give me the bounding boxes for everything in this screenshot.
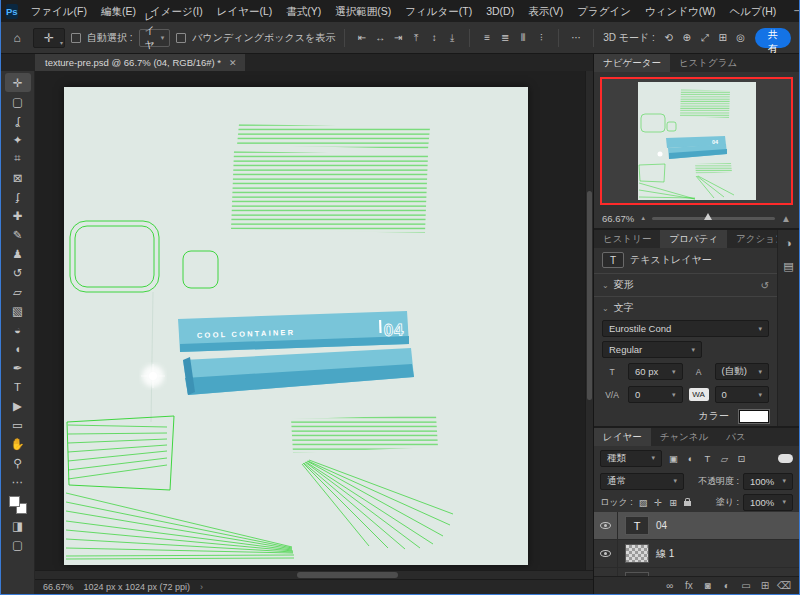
- tab-channels[interactable]: チャンネル: [651, 428, 718, 446]
- document-tab[interactable]: texture-pre.psd @ 66.7% (04, RGB/16#) * …: [35, 54, 245, 71]
- font-size-select[interactable]: 60 px: [628, 363, 683, 380]
- align-left-icon[interactable]: ⇤: [354, 28, 370, 48]
- show-bounding-box-checkbox[interactable]: [176, 33, 186, 43]
- object-selection-tool[interactable]: ✦: [5, 130, 31, 149]
- 3d-scale-icon[interactable]: ◎: [733, 28, 749, 48]
- new-layer-icon[interactable]: ⊞: [758, 580, 772, 591]
- clone-stamp-tool[interactable]: ♟: [5, 244, 31, 263]
- quick-mask-icon[interactable]: ◨: [5, 516, 31, 535]
- blend-mode-select[interactable]: 通常: [600, 473, 684, 490]
- screen-mode-icon[interactable]: ▢: [5, 535, 31, 554]
- hand-tool[interactable]: ✋: [5, 434, 31, 453]
- align-right-icon[interactable]: ⇥: [390, 28, 406, 48]
- type-tool[interactable]: T: [5, 377, 31, 396]
- rectangle-tool[interactable]: ▭: [5, 415, 31, 434]
- 3d-orbit-icon[interactable]: ⟲: [661, 28, 677, 48]
- lock-transparency-icon[interactable]: ▨: [637, 496, 650, 509]
- filter-smart-objects-icon[interactable]: ⊡: [734, 451, 749, 466]
- collapsed-adjustments-icon[interactable]: ◑: [781, 235, 797, 251]
- tracking-select[interactable]: 0: [715, 386, 770, 403]
- share-button[interactable]: 共有: [755, 28, 791, 48]
- filter-pixel-layers-icon[interactable]: ▣: [666, 451, 681, 466]
- dodge-tool[interactable]: ◖: [5, 339, 31, 358]
- auto-select-checkbox[interactable]: [71, 33, 81, 43]
- text-color-swatch[interactable]: [739, 410, 769, 423]
- align-bottom-icon[interactable]: ⤓: [444, 28, 460, 48]
- status-chevron-icon[interactable]: ›: [200, 582, 203, 592]
- menu-edit[interactable]: 編集(E): [94, 0, 143, 22]
- pen-tool[interactable]: ✒: [5, 358, 31, 377]
- edit-toolbar-icon[interactable]: ⋯: [5, 472, 31, 491]
- canvas-pasteboard[interactable]: COOL CONTAINER 04: [35, 71, 593, 570]
- menu-file[interactable]: ファイル(F): [24, 0, 94, 22]
- zoom-slider[interactable]: [652, 217, 775, 220]
- tab-navigator[interactable]: ナビゲーター: [594, 54, 670, 72]
- transform-section-header[interactable]: ⌄ 変形 ↺: [594, 275, 777, 295]
- delete-layer-icon[interactable]: ⌫: [777, 580, 791, 591]
- blur-tool[interactable]: ◒: [5, 320, 31, 339]
- menu-help[interactable]: ヘルプ(H): [723, 0, 784, 22]
- more-options-icon[interactable]: ⋯: [568, 28, 584, 48]
- move-tool[interactable]: ✛: [5, 73, 31, 92]
- character-section-header[interactable]: ⌄ 文字: [594, 298, 777, 318]
- minimize-button[interactable]: ─: [783, 0, 800, 22]
- 3d-slide-icon[interactable]: ⊞: [715, 28, 731, 48]
- menu-view[interactable]: 表示(V): [521, 0, 570, 22]
- tab-history[interactable]: ヒストリー: [594, 230, 660, 248]
- zoom-slider-thumb[interactable]: [704, 213, 712, 220]
- menu-select[interactable]: 選択範囲(S): [328, 0, 398, 22]
- distribute-spacing-h-icon[interactable]: ⫴: [515, 28, 531, 48]
- filter-adjustment-layers-icon[interactable]: ◐: [683, 451, 698, 466]
- group-layers-icon[interactable]: ▭: [739, 580, 753, 591]
- navigator-preview[interactable]: 04: [600, 77, 793, 205]
- foreground-color-swatch[interactable]: [9, 496, 20, 507]
- font-style-select[interactable]: Regular: [602, 341, 702, 358]
- visibility-cell[interactable]: [594, 540, 618, 567]
- distribute-spacing-v-icon[interactable]: ⫶: [533, 28, 549, 48]
- filter-shape-layers-icon[interactable]: ▱: [717, 451, 732, 466]
- lock-position-icon[interactable]: ✛: [652, 496, 665, 509]
- tab-properties[interactable]: プロパティ: [660, 230, 727, 248]
- eye-icon[interactable]: [600, 550, 611, 557]
- kerning-select[interactable]: 0: [628, 386, 683, 403]
- vertical-scrollbar-thumb[interactable]: [587, 191, 592, 401]
- tab-layers[interactable]: レイヤー: [594, 428, 651, 446]
- status-zoom-level[interactable]: 66.67%: [43, 582, 74, 592]
- gradient-tool[interactable]: ▧: [5, 301, 31, 320]
- tab-paths[interactable]: パス: [717, 428, 754, 446]
- vertical-scrollbar[interactable]: [585, 71, 593, 570]
- canvas[interactable]: COOL CONTAINER 04: [64, 87, 528, 565]
- horizontal-scrollbar-thumb[interactable]: [297, 572, 397, 578]
- zoom-in-icon[interactable]: ▲: [781, 213, 791, 224]
- filter-toggle[interactable]: [778, 454, 793, 463]
- frame-tool[interactable]: ⊠: [5, 168, 31, 187]
- tab-close-icon[interactable]: ✕: [229, 58, 237, 68]
- align-center-vertical-icon[interactable]: ↕: [426, 28, 442, 48]
- zoom-tool[interactable]: ⚲: [5, 453, 31, 472]
- align-center-horizontal-icon[interactable]: ↔: [372, 28, 388, 48]
- distribute-horizontal-icon[interactable]: ≡: [479, 28, 495, 48]
- lock-all-icon[interactable]: [684, 501, 691, 506]
- opacity-select[interactable]: 100%: [743, 473, 793, 490]
- layer-row-cool-container[interactable]: T COOL CONTAINER: [594, 568, 799, 576]
- home-icon[interactable]: ⌂: [7, 28, 27, 48]
- menu-layer[interactable]: レイヤー(L): [210, 0, 280, 22]
- layer-row-line-1[interactable]: 線 1: [594, 540, 799, 568]
- align-top-icon[interactable]: ⤒: [408, 28, 424, 48]
- zoom-out-icon[interactable]: ▲: [640, 215, 646, 221]
- navigator-zoom-level[interactable]: 66.67%: [602, 213, 634, 224]
- eye-icon[interactable]: [600, 522, 611, 529]
- visibility-cell[interactable]: [594, 512, 618, 539]
- auto-select-scope-dropdown[interactable]: レイヤー: [139, 29, 171, 47]
- history-brush-tool[interactable]: ↺: [5, 263, 31, 282]
- font-family-select[interactable]: Eurostile Cond: [602, 320, 769, 337]
- layer-mask-icon[interactable]: ◙: [701, 580, 715, 591]
- menu-3d[interactable]: 3D(D): [479, 0, 521, 22]
- fill-select[interactable]: 100%: [743, 494, 793, 511]
- lasso-tool[interactable]: ʆ: [5, 111, 31, 130]
- menu-type[interactable]: 書式(Y): [279, 0, 328, 22]
- menu-window[interactable]: ウィンドウ(W): [638, 0, 723, 22]
- marquee-tool[interactable]: ▢: [5, 92, 31, 111]
- lock-artboard-icon[interactable]: ⊞: [667, 496, 680, 509]
- layer-effects-icon[interactable]: fx: [682, 580, 696, 591]
